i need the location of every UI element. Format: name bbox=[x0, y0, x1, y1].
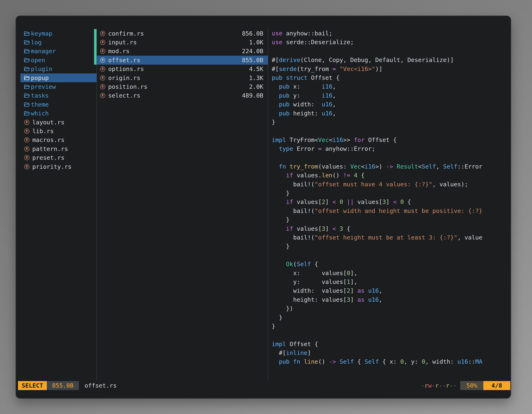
sidebar-item-macros-rs[interactable]: Rmacros.rs bbox=[20, 136, 96, 144]
current-pane: Rconfirm.rs856.0BRinput.rs1.0KRmod.rs224… bbox=[97, 29, 268, 100]
code-line: type Error = anyhow::Error; bbox=[272, 144, 483, 153]
svg-text:R: R bbox=[26, 165, 28, 169]
code-line bbox=[272, 331, 483, 339]
folder-open-icon bbox=[24, 101, 30, 108]
sidebar-item-manager[interactable]: manager bbox=[20, 47, 96, 56]
file-size: 856.0B bbox=[242, 30, 263, 37]
svg-text:R: R bbox=[26, 138, 28, 142]
svg-text:R: R bbox=[102, 32, 104, 35]
file-name: input.rs bbox=[108, 39, 249, 46]
code-line: use serde::Deserialize; bbox=[272, 38, 483, 47]
code-line: } bbox=[272, 322, 483, 331]
svg-text:R: R bbox=[26, 147, 28, 151]
code-line: fn try_from(values: Vec<i16>) -> Result<… bbox=[272, 162, 483, 171]
status-bar: SELECT 855.0B offset.rs -rw-r--r-- 50% 4… bbox=[18, 381, 510, 390]
rust-icon: R bbox=[100, 39, 106, 45]
file-row-origin-rs[interactable]: Rorigin.rs1.3K bbox=[97, 73, 268, 82]
sidebar-item-log[interactable]: log bbox=[20, 38, 96, 47]
rust-icon: R bbox=[24, 155, 30, 161]
svg-text:R: R bbox=[102, 49, 104, 53]
sidebar-item-priority-rs[interactable]: Rpriority.rs bbox=[20, 162, 96, 171]
svg-text:R: R bbox=[26, 156, 28, 160]
code-line: pub height: u16, bbox=[272, 109, 483, 118]
sidebar-item-label: popup bbox=[31, 75, 49, 81]
rust-icon: R bbox=[100, 75, 106, 81]
sidebar-item-which[interactable]: which bbox=[20, 109, 96, 118]
code-line: #[inline] bbox=[272, 348, 483, 357]
sidebar-item-plugin[interactable]: plugin bbox=[20, 65, 96, 73]
code-line: y: values[1], bbox=[272, 278, 483, 286]
status-left: SELECT 855.0B offset.rs bbox=[18, 381, 117, 390]
status-right: -rw-r--r-- 50% 4/8 bbox=[421, 381, 510, 390]
rust-icon: R bbox=[24, 128, 30, 134]
svg-text:R: R bbox=[26, 129, 28, 133]
sidebar-item-lib-rs[interactable]: Rlib.rs bbox=[20, 127, 96, 135]
file-row-select-rs[interactable]: Rselect.rs489.0B bbox=[97, 91, 268, 100]
folder-open-icon bbox=[24, 66, 30, 72]
code-line: bail!("offset width and height must be p… bbox=[272, 207, 483, 215]
sidebar-item-tasks[interactable]: tasks bbox=[20, 91, 96, 100]
code-line: use anyhow::bail; bbox=[272, 29, 483, 38]
rust-icon: R bbox=[100, 30, 106, 37]
rust-icon: R bbox=[24, 164, 30, 170]
permissions-text: -rw-r--r-- bbox=[421, 382, 457, 389]
sidebar-item-label: plugin bbox=[31, 66, 52, 72]
rust-icon: R bbox=[100, 84, 106, 90]
code-line: } bbox=[272, 313, 483, 322]
svg-text:R: R bbox=[102, 94, 104, 97]
sidebar-item-open[interactable]: open bbox=[20, 56, 96, 64]
folder-open-icon bbox=[24, 48, 30, 54]
file-name: offset.rs bbox=[108, 57, 242, 64]
code-line: x: values[0], bbox=[272, 269, 483, 278]
sidebar-item-label: tasks bbox=[31, 92, 49, 99]
code-line: if values[2] < 0 || values[3] < 0 { bbox=[272, 198, 483, 206]
sidebar-item-preview[interactable]: preview bbox=[20, 82, 96, 91]
marked-files-indicator bbox=[94, 29, 96, 65]
file-row-offset-rs[interactable]: Roffset.rs855.0B bbox=[97, 56, 268, 64]
sidebar-item-pattern-rs[interactable]: Rpattern.rs bbox=[20, 144, 96, 153]
rust-icon: R bbox=[24, 119, 30, 125]
folder-open-icon bbox=[24, 75, 30, 81]
parent-pane: keymaplogmanageropenpluginpopuppreviewta… bbox=[16, 29, 96, 171]
svg-text:R: R bbox=[102, 76, 104, 80]
sidebar-item-keymap[interactable]: keymap bbox=[20, 29, 96, 38]
sidebar-item-label: pattern.rs bbox=[32, 145, 68, 152]
sidebar-item-label: open bbox=[31, 57, 45, 64]
sidebar-item-label: preset.rs bbox=[32, 154, 64, 161]
mode-badge: SELECT bbox=[18, 381, 47, 390]
file-size: 2.0K bbox=[249, 83, 263, 90]
yazi-window: keymaplogmanageropenpluginpopuppreviewta… bbox=[16, 16, 511, 398]
file-row-confirm-rs[interactable]: Rconfirm.rs856.0B bbox=[97, 29, 268, 38]
code-line: #[derive(Clone, Copy, Debug, Default, De… bbox=[272, 56, 483, 64]
code-line: } bbox=[272, 189, 483, 198]
code-line bbox=[272, 47, 483, 56]
sidebar-item-label: macros.rs bbox=[32, 136, 64, 143]
svg-text:R: R bbox=[102, 67, 104, 71]
code-line: width: values[2] as u16, bbox=[272, 286, 483, 295]
code-line: } bbox=[272, 215, 483, 224]
file-row-options-rs[interactable]: Roptions.rs4.5K bbox=[97, 65, 268, 73]
file-row-mod-rs[interactable]: Rmod.rs224.0B bbox=[97, 47, 268, 56]
sidebar-item-label: priority.rs bbox=[32, 163, 72, 170]
sidebar-item-label: log bbox=[31, 39, 41, 46]
folder-open-icon bbox=[24, 30, 30, 37]
sidebar-item-theme[interactable]: theme bbox=[20, 100, 96, 109]
sidebar-item-layout-rs[interactable]: Rlayout.rs bbox=[20, 118, 96, 127]
file-row-position-rs[interactable]: Rposition.rs2.0K bbox=[97, 82, 268, 91]
file-row-input-rs[interactable]: Rinput.rs1.0K bbox=[97, 38, 268, 47]
code-line: bail!("offset must have 4 values: {:?}",… bbox=[272, 180, 483, 189]
sidebar-item-preset-rs[interactable]: Rpreset.rs bbox=[20, 153, 96, 162]
preview-pane: use anyhow::bail;use serde::Deserialize;… bbox=[268, 29, 510, 385]
rust-icon: R bbox=[24, 137, 30, 143]
sidebar-item-label: which bbox=[31, 110, 49, 117]
code-line: bail!("offset height must be at least 3:… bbox=[272, 233, 483, 242]
code-preview: use anyhow::bail;use serde::Deserialize;… bbox=[268, 29, 483, 366]
sidebar-item-popup[interactable]: popup bbox=[20, 73, 96, 82]
file-size: 224.0B bbox=[242, 48, 263, 55]
code-line: #[serde(try_from = "Vec<i16>")] bbox=[272, 65, 483, 73]
file-size: 1.3K bbox=[249, 75, 263, 81]
code-line: if values[3] < 3 { bbox=[272, 224, 483, 233]
folder-open-icon bbox=[24, 39, 30, 45]
file-name: select.rs bbox=[108, 92, 242, 99]
folder-open-icon bbox=[24, 110, 30, 116]
